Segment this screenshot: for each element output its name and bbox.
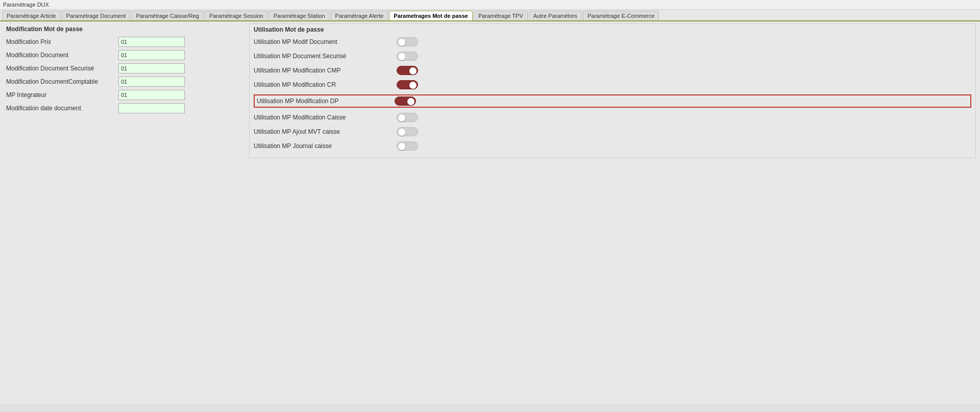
form-input-3[interactable]: [118, 77, 185, 87]
content-area: Modification Mot de passe Modification P…: [0, 21, 980, 404]
form-input-5[interactable]: [118, 103, 185, 113]
tab-motpasse[interactable]: Parametrages Mot de passe: [389, 11, 473, 20]
toggle-label-3: Utilisation MP Modification CR: [254, 81, 397, 88]
form-label-0: Modification Prix: [6, 38, 118, 45]
toggle-5[interactable]: [397, 113, 418, 122]
tab-alerte[interactable]: Paramétrage Alerte: [331, 11, 388, 20]
tab-caisse[interactable]: Paramétrage Caisse/Reg: [131, 11, 204, 20]
right-panel-title: Utilisation Mot de passe: [254, 26, 971, 33]
toggle-label-7: Utilisation MP Journal caisse: [254, 142, 397, 150]
form-row-3: Modification DocumentComptable: [6, 77, 243, 87]
form-label-4: MP Integrateur: [6, 91, 118, 99]
toggle-row-4: Utilisation MP Modification DP: [254, 94, 971, 108]
toggle-knob-1: [398, 53, 405, 60]
form-row-4: MP Integrateur: [6, 90, 243, 100]
toggle-row-0: Utilisation MP Modif Document: [254, 37, 971, 46]
toggle-2[interactable]: [397, 66, 418, 75]
toggle-row-1: Utilisation MP Document Securisé: [254, 52, 971, 61]
toggle-0[interactable]: [397, 37, 418, 46]
tab-article[interactable]: Paramétrage Article: [2, 11, 61, 20]
tab-ecommerce[interactable]: Paramétrage E-Commerce: [583, 11, 659, 20]
form-row-0: Modification Prix: [6, 37, 243, 47]
toggle-knob-3: [409, 82, 416, 89]
toggle-knob-5: [398, 114, 405, 122]
form-input-2[interactable]: [118, 63, 185, 74]
right-panel: Utilisation Mot de passe Utilisation MP …: [249, 23, 976, 158]
toggle-4[interactable]: [395, 96, 416, 106]
form-input-0[interactable]: [118, 37, 185, 47]
form-row-1: Modification Document: [6, 50, 243, 60]
tab-bar: Paramétrage ArticleParamétrage DocumentP…: [0, 10, 980, 21]
left-panel-title: Modification Mot de passe: [6, 26, 243, 33]
tab-session[interactable]: Paramétrage Session: [205, 11, 268, 20]
toggle-label-4: Utilisation MP Modification DP: [257, 98, 395, 105]
toggle-knob-7: [398, 143, 405, 150]
form-row-2: Modification Document Securisé: [6, 63, 243, 74]
left-panel: Modification Mot de passe Modification P…: [2, 23, 247, 158]
toggle-3[interactable]: [397, 80, 418, 89]
form-row-5: Modification date document: [6, 103, 243, 113]
form-input-1[interactable]: [118, 50, 185, 60]
window-title: Paramétrage DUX: [0, 0, 980, 10]
toggle-6[interactable]: [397, 127, 418, 136]
toggle-row-3: Utilisation MP Modification CR: [254, 80, 971, 89]
form-label-3: Modification DocumentComptable: [6, 78, 118, 85]
tab-autres[interactable]: Autre Paramétres: [529, 11, 582, 20]
form-input-4[interactable]: [118, 90, 185, 100]
toggle-row-6: Utilisation MP Ajout MVT caisse: [254, 127, 971, 136]
toggle-1[interactable]: [397, 52, 418, 61]
toggle-knob-0: [398, 39, 405, 46]
toggle-knob-4: [407, 98, 414, 105]
toggle-label-5: Utilisation MP Modification Caisse: [254, 114, 397, 121]
form-fields: Modification PrixModification DocumentMo…: [6, 37, 243, 113]
toggle-row-5: Utilisation MP Modification Caisse: [254, 113, 971, 122]
toggle-7[interactable]: [397, 141, 418, 151]
toggle-label-2: Utilisation MP Modification CMP: [254, 67, 397, 74]
tab-station[interactable]: Paramétrage Station: [269, 11, 330, 20]
toggle-label-6: Utilisation MP Ajout MVT caisse: [254, 128, 397, 135]
tab-document[interactable]: Paramétrage Document: [62, 11, 131, 20]
toggle-label-1: Utilisation MP Document Securisé: [254, 53, 397, 60]
toggle-knob-6: [398, 129, 405, 136]
toggle-row-7: Utilisation MP Journal caisse: [254, 141, 971, 151]
toggle-rows: Utilisation MP Modif DocumentUtilisation…: [254, 37, 971, 151]
toggle-label-0: Utilisation MP Modif Document: [254, 38, 397, 45]
form-label-2: Modification Document Securisé: [6, 65, 118, 72]
tab-tpv[interactable]: Paramétrage TPV: [474, 11, 528, 20]
form-label-1: Modification Document: [6, 52, 118, 59]
toggle-row-2: Utilisation MP Modification CMP: [254, 66, 971, 75]
form-label-5: Modification date document: [6, 105, 118, 112]
toggle-knob-2: [409, 67, 416, 75]
